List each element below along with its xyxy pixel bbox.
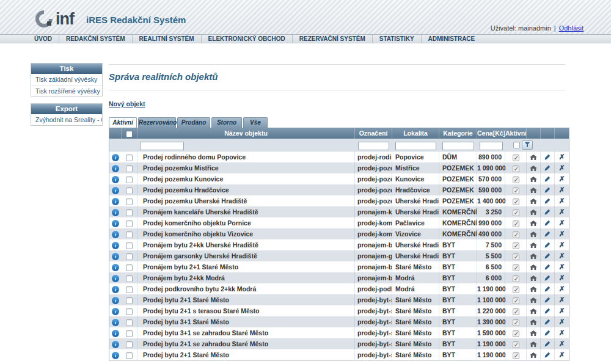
edit-icon[interactable] (544, 295, 551, 306)
row-checkbox[interactable] (126, 275, 133, 282)
house-icon[interactable] (530, 328, 537, 339)
info-icon[interactable] (112, 319, 119, 326)
house-icon[interactable] (530, 251, 537, 262)
info-icon[interactable] (112, 275, 119, 282)
column-header-name[interactable]: Název objektu (137, 128, 355, 139)
row-checkbox[interactable] (126, 308, 133, 315)
edit-icon[interactable] (544, 339, 551, 350)
house-icon[interactable] (530, 306, 537, 317)
house-icon[interactable] (530, 196, 537, 207)
nav-item-realitni-system[interactable]: REALITNÍ SYSTÉM (132, 35, 201, 43)
row-checkbox[interactable] (126, 220, 133, 227)
edit-icon[interactable] (544, 240, 551, 251)
column-header-price[interactable]: Cena[Kč] (477, 128, 505, 139)
info-icon[interactable] (112, 187, 119, 194)
info-icon[interactable] (112, 165, 119, 172)
delete-icon[interactable]: ✗ (558, 195, 565, 206)
edit-icon[interactable] (544, 273, 551, 284)
tab-rezervovano[interactable]: Rezervováno (138, 117, 176, 128)
delete-icon[interactable]: ✗ (558, 272, 565, 283)
house-icon[interactable] (530, 218, 537, 229)
row-checkbox[interactable] (126, 155, 133, 161)
edit-icon[interactable] (544, 174, 551, 185)
active-checkbox[interactable] (513, 231, 519, 238)
delete-icon[interactable]: ✗ (558, 184, 565, 195)
row-checkbox[interactable] (126, 166, 133, 172)
delete-icon[interactable]: ✗ (558, 327, 565, 338)
active-checkbox[interactable] (513, 187, 519, 194)
select-all-checkbox[interactable] (126, 131, 133, 137)
nav-item-statistiky[interactable]: STATISTIKY (372, 35, 421, 43)
edit-icon[interactable] (544, 152, 551, 163)
info-icon[interactable] (112, 242, 119, 249)
info-icon[interactable] (112, 341, 119, 348)
delete-icon[interactable]: ✗ (558, 217, 565, 228)
house-icon[interactable] (530, 152, 537, 163)
info-icon[interactable] (112, 264, 119, 271)
delete-icon[interactable]: ✗ (558, 349, 565, 360)
edit-icon[interactable] (544, 251, 551, 262)
house-icon[interactable] (530, 174, 537, 185)
row-checkbox[interactable] (126, 264, 133, 271)
delete-icon[interactable]: ✗ (558, 261, 565, 272)
nav-item-administrace[interactable]: ADMINISTRACE (421, 35, 482, 43)
tab-vse[interactable]: Vše (243, 117, 268, 128)
filter-code-input[interactable] (358, 142, 389, 150)
sidebar-item-zvyhodnit-sreality[interactable]: Zvýhodnit na Sreality - 0/0 (31, 114, 102, 125)
edit-icon[interactable] (544, 317, 551, 328)
delete-icon[interactable]: ✗ (558, 173, 565, 184)
sidebar-item-tisk-rozsirene[interactable]: Tisk rozšířené vývěsky (31, 85, 102, 96)
tab-storno[interactable]: Storno (211, 117, 242, 128)
delete-icon[interactable]: ✗ (558, 338, 565, 349)
row-checkbox[interactable] (126, 177, 133, 183)
row-checkbox[interactable] (126, 187, 133, 194)
active-checkbox[interactable] (513, 308, 519, 315)
active-checkbox[interactable] (513, 220, 519, 227)
column-header-category[interactable]: Kategorie (439, 128, 477, 139)
column-header-code[interactable]: Označení (355, 128, 392, 139)
column-header-locality[interactable]: Lokalita (392, 128, 439, 139)
info-icon[interactable] (112, 176, 119, 183)
house-icon[interactable] (530, 284, 537, 295)
house-icon[interactable] (530, 295, 537, 306)
active-checkbox[interactable] (513, 177, 519, 183)
active-checkbox[interactable] (513, 155, 519, 161)
delete-icon[interactable]: ✗ (558, 151, 565, 162)
active-checkbox[interactable] (513, 253, 519, 260)
edit-icon[interactable] (544, 350, 551, 361)
info-icon[interactable] (112, 297, 119, 304)
delete-icon[interactable]: ✗ (558, 206, 565, 217)
filter-name-input[interactable] (140, 142, 184, 150)
logout-link[interactable]: Odhlásit (559, 24, 584, 32)
delete-icon[interactable]: ✗ (558, 239, 565, 250)
row-checkbox[interactable] (126, 209, 133, 216)
row-checkbox[interactable] (126, 231, 133, 238)
house-icon[interactable] (530, 262, 537, 273)
active-checkbox[interactable] (513, 264, 519, 271)
edit-icon[interactable] (544, 207, 551, 218)
delete-icon[interactable]: ✗ (558, 305, 565, 316)
sidebar-item-tisk-zakladni[interactable]: Tisk základní vývěsky (31, 74, 102, 85)
house-icon[interactable] (530, 317, 537, 328)
house-icon[interactable] (530, 207, 537, 218)
active-checkbox[interactable] (513, 330, 519, 337)
delete-icon[interactable]: ✗ (558, 283, 565, 294)
row-checkbox[interactable] (126, 253, 133, 260)
active-checkbox[interactable] (513, 198, 519, 205)
delete-icon[interactable]: ✗ (558, 294, 565, 305)
row-checkbox[interactable] (126, 341, 133, 348)
active-checkbox[interactable] (513, 286, 519, 293)
row-checkbox[interactable] (126, 286, 133, 293)
row-checkbox[interactable] (126, 242, 133, 249)
edit-icon[interactable] (544, 306, 551, 317)
house-icon[interactable] (530, 350, 537, 361)
edit-icon[interactable] (544, 218, 551, 229)
delete-icon[interactable]: ✗ (558, 250, 565, 261)
inf-logo[interactable]: inf (34, 9, 74, 29)
active-checkbox[interactable] (513, 297, 519, 304)
info-icon[interactable] (112, 198, 119, 205)
edit-icon[interactable] (544, 163, 551, 174)
info-icon[interactable] (112, 154, 119, 161)
filter-category-input[interactable] (442, 142, 474, 150)
house-icon[interactable] (530, 185, 537, 196)
